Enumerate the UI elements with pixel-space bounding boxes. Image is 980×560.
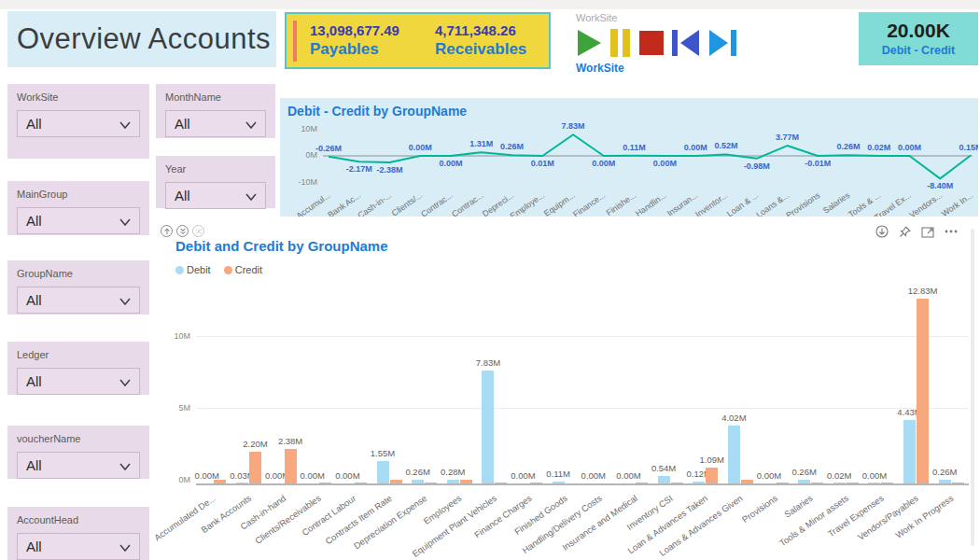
legend-credit[interactable]: Credit [224,264,262,275]
bar-data-label: 0.28M [441,467,465,477]
slicer-label: MonthName [165,91,266,103]
bar-credit[interactable] [952,483,964,483]
bar-debit[interactable] [236,483,248,483]
line-data-label: 0.00M [684,143,707,152]
line-series-debit-minus-credit[interactable] [329,134,971,178]
bar-credit[interactable] [917,299,929,483]
bar-data-label: 0.26M [932,467,957,477]
drill-up-icon[interactable] [161,225,173,237]
slicer-label: voucherName [17,433,140,444]
bar-credit[interactable] [249,452,261,483]
bar-data-label: 0.26M [405,467,429,477]
bar-credit[interactable] [460,480,472,483]
bar-debit[interactable] [798,480,810,483]
line-data-label: 0.00M [898,143,921,152]
bar-chart-panel: Debit and Credit by GroupName Debit Cred… [159,219,978,560]
receivables-value: 4,711,348.26 [435,22,547,38]
bar-data-label: 2.20M [243,439,267,449]
slicer-label: GroupName [17,268,140,279]
bar-credit[interactable] [355,483,367,483]
bar-credit[interactable] [811,483,823,483]
bar-credit[interactable] [285,449,297,483]
bar-credit[interactable] [881,483,893,483]
bar-credit[interactable] [530,483,542,483]
bar-credit[interactable] [741,480,753,483]
play-icon[interactable] [576,29,602,57]
bar-credit[interactable] [495,483,507,483]
drill-controls [161,225,204,237]
bar-data-label: 0.00M [757,470,781,481]
chevron-down-icon [119,292,131,309]
bar-debit[interactable] [833,483,846,483]
bar-data-label: 0.00M [335,470,359,481]
bar-credit[interactable] [425,483,437,483]
slicer-dropdown-vouchername[interactable]: All [17,452,140,479]
bar-debit[interactable] [868,483,880,483]
slicer-dropdown-maingroup[interactable]: All [17,207,140,234]
line-data-label: 0.52M [714,141,737,150]
visual-actions [875,225,958,238]
legend-debit[interactable]: Debit [175,264,211,275]
chevron-down-icon [245,116,257,133]
scrollbar[interactable] [971,229,974,546]
bar-data-label: 0.26M [791,467,816,477]
chevron-down-icon [119,539,131,555]
bar-credit[interactable] [390,480,402,483]
bar-debit[interactable] [412,480,424,483]
line-chart-panel: Debit - Credit by GroupName 10M 0M -10M … [280,98,978,217]
bar-x-label: Accumulated De... [152,493,217,543]
bar-chart-title: Debit and Credit by GroupName [175,238,388,254]
slicer-dropdown-year[interactable]: All [165,182,266,209]
bar-debit[interactable] [447,480,459,483]
line-data-label: 0.00M [409,143,432,152]
bar-plot-area: 0.00M0.03M2.20M0.00M2.38M0.00M0.00M1.55M… [196,294,969,485]
skip-back-icon[interactable] [672,29,700,57]
drill-down-circle-icon[interactable] [875,225,889,238]
line-data-label: -0.01M [805,159,831,168]
bar-debit[interactable] [377,461,389,483]
line-data-label: 7.83M [562,121,585,131]
bar-data-label: 0.11M [546,469,570,479]
bar-credit[interactable] [671,483,683,483]
skip-forward-icon[interactable] [708,29,736,57]
expand-level-icon[interactable] [192,225,204,237]
payables-receivables-card: 13,098,677.49 Payables 4,711,348.26 Rece… [285,12,551,69]
bar-credit[interactable] [847,483,859,483]
slicer-dropdown-ledger[interactable]: All [17,368,140,395]
slicer-dropdown-worksite[interactable]: All [17,110,140,137]
slicer-dropdown-accounthead[interactable]: All [17,533,140,560]
bar-credit[interactable] [706,468,718,483]
pause-icon[interactable] [610,29,631,57]
bar-credit[interactable] [777,483,789,483]
bar-data-label: 0.02M [827,470,851,481]
line-data-label: -0.26M [315,144,342,153]
debit-credit-value: 20.00K [859,20,978,42]
drill-down-icon[interactable] [176,225,189,237]
page-title-banner: Overview Accounts [7,11,276,67]
stop-icon[interactable] [639,29,664,57]
focus-mode-icon[interactable] [921,226,934,238]
bar-x-label: Vendors/Payables [856,493,920,542]
bar-data-label: 1.55M [371,448,395,458]
more-options-icon[interactable] [945,230,958,233]
bar-debit[interactable] [939,480,951,483]
bar-debit[interactable] [658,476,670,483]
bar-debit[interactable] [903,420,916,483]
bar-credit[interactable] [214,480,226,483]
debit-swatch [175,266,184,274]
bar-debit[interactable] [728,426,740,483]
payables-kpi: 13,098,677.49 Payables [310,22,422,59]
bar-data-label: 12.83M [908,286,938,296]
bar-credit[interactable] [636,483,648,483]
slicer-value: All [26,373,42,389]
bar-debit[interactable] [482,371,494,483]
pin-icon[interactable] [899,226,911,238]
line-data-label: 0.00M [653,159,677,168]
line-data-label: 0.15M [959,143,978,152]
bar-debit[interactable] [553,482,565,483]
bar-credit[interactable] [319,483,331,483]
slicer-dropdown-groupname[interactable]: All [17,287,140,314]
slicer-dropdown-monthname[interactable]: All [165,110,266,137]
bar-debit[interactable] [693,482,705,483]
payables-label: Payables [310,40,422,59]
